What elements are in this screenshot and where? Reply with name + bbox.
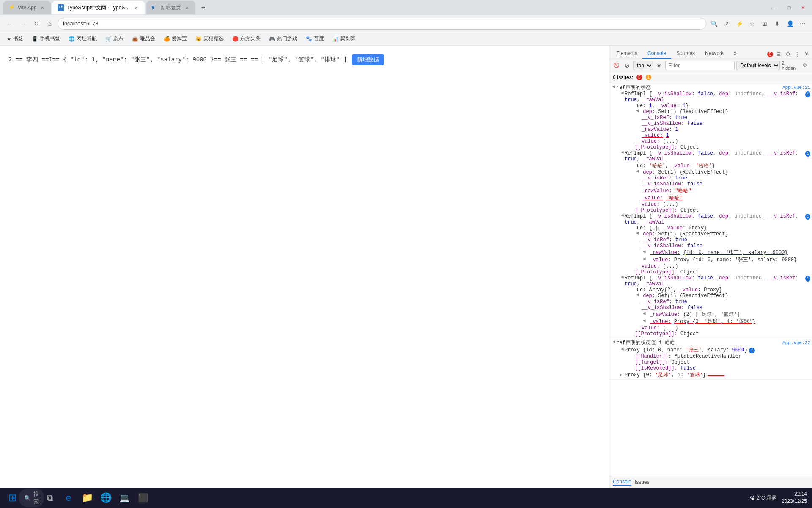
devtools-close-icon[interactable]: ✕ (803, 50, 810, 58)
expand-1-arrow[interactable]: ▼ (619, 91, 625, 97)
console-settings-icon[interactable]: ⚙ (801, 61, 809, 70)
home-button[interactable]: ⌂ (44, 18, 56, 30)
tab-typescript[interactable]: TS TypeScript中文网 · TypeScript— ✕ (52, 1, 145, 14)
new-tab-button[interactable]: + (197, 2, 209, 14)
entry1-source[interactable]: App.vue:21 (782, 85, 810, 90)
show-network-button[interactable]: ⊘ (623, 61, 631, 70)
lightning-icon[interactable]: ⚡ (733, 18, 745, 30)
tmall-icon: 🐱 (195, 36, 202, 42)
info-icon-4[interactable]: i (805, 276, 810, 282)
nav-actions: 🔍 ↗ ⚡ ☆ ⊞ ⬇ 👤 ⋯ (708, 18, 809, 30)
taskbar-datetime: 22:14 2023/12/25 (782, 491, 807, 505)
proxy-arrow[interactable]: ▼ (619, 348, 625, 353)
rawval-arr-arrow[interactable]: ▼ (641, 312, 647, 317)
browser-taskbar-icon[interactable]: 🌐 (98, 490, 113, 505)
favorite-icon[interactable]: ☆ (746, 18, 758, 30)
bookmark-baidu[interactable]: 🐾 百度 (302, 34, 327, 43)
forward-button[interactable]: → (17, 18, 29, 30)
dep-arrow-1[interactable]: ▼ (634, 109, 640, 114)
dep-arrow-3[interactable]: ▼ (634, 232, 640, 237)
bookmark-games[interactable]: 🎮 热门游戏 (266, 34, 301, 43)
eye-icon[interactable]: 👁 (655, 61, 664, 70)
tab-network[interactable]: Network (700, 49, 729, 59)
terminal-taskbar-icon[interactable]: ⬛ (135, 490, 151, 505)
bookmark-jd[interactable]: 🛒 京东 (102, 34, 127, 43)
tab-newtab[interactable]: e 新标签页 ✕ (146, 1, 195, 14)
bookmark-dongfang[interactable]: 🔴 东方头条 (229, 34, 264, 43)
add-data-button[interactable]: 新增数据 (352, 54, 384, 65)
devtools-more-icon[interactable]: ⋮ (793, 50, 801, 58)
download-icon[interactable]: ⬇ (771, 18, 783, 30)
rawval-arrow-3[interactable]: ▼ (641, 250, 647, 255)
console-filter-input[interactable] (665, 61, 735, 70)
explorer-taskbar-icon[interactable]: 📁 (80, 490, 95, 505)
bookmark-nav[interactable]: 🌐 网址导航 (65, 34, 100, 43)
bookmark-tmall[interactable]: 🐱 天猫精选 (192, 34, 227, 43)
taskbar-search-bar[interactable]: 🔍 搜索 (19, 489, 44, 507)
vscode-taskbar-icon[interactable]: 💻 (117, 490, 132, 505)
settings-icon[interactable]: ⋯ (797, 18, 809, 30)
tab-more[interactable]: » (729, 49, 742, 59)
start-button[interactable]: ⊞ (5, 490, 20, 505)
info-icon-2[interactable]: i (805, 151, 810, 157)
bookmark-vip[interactable]: 👜 唯品会 (129, 34, 159, 43)
info-icon-1[interactable]: i (805, 91, 810, 97)
devtools-settings-icon[interactable]: ⚙ (784, 50, 792, 58)
maximize-button[interactable]: □ (783, 2, 795, 14)
search-taskbar-button[interactable]: 🔍 搜索 (24, 490, 39, 505)
expand-4-arrow[interactable]: ▼ (619, 276, 625, 281)
expand-arrow-5[interactable]: ▼ (611, 340, 617, 345)
refresh-button[interactable]: ↻ (30, 18, 42, 30)
search-icon[interactable]: 🔍 (708, 18, 720, 30)
bookmark-label-vip: 唯品会 (140, 35, 155, 42)
proxy-arr: ▶ Proxy {0: '足球', 1: '篮球'} (611, 371, 810, 378)
external-link-icon[interactable]: ↗ (721, 18, 732, 30)
proxy-info-icon[interactable]: i (749, 348, 755, 353)
edge-taskbar-icon[interactable]: e (61, 490, 76, 505)
bookmark-taobao[interactable]: 🍊 爱淘宝 (160, 34, 190, 43)
collections-icon[interactable]: ⊞ (759, 18, 771, 30)
context-selector[interactable]: top (633, 61, 653, 70)
entry2-source[interactable]: App.vue:22 (782, 340, 810, 345)
tab-console[interactable]: Console (642, 49, 671, 59)
nav-bar: ← → ↻ ⌂ localhost:5173 🔍 ↗ ⚡ ☆ ⊞ ⬇ 👤 ⋯ (0, 15, 812, 32)
value-arr-arrow[interactable]: ▼ (641, 319, 647, 324)
bookmark-label-dongfang: 东方头条 (240, 35, 261, 42)
entry2-label: ref声明的状态值 1 哈哈 (616, 339, 675, 346)
proxy-arr-arrow[interactable]: ▶ (620, 372, 625, 378)
issues-bar: 6 Issues: 5 1 (609, 72, 812, 83)
weather-icon: 🌤 (750, 495, 755, 501)
close-window-button[interactable]: ✕ (797, 2, 809, 14)
value-arrow-3[interactable]: ▼ (641, 257, 647, 262)
expand-3-arrow[interactable]: ▼ (619, 214, 625, 219)
bookmark-favorites[interactable]: ★ 书签 (3, 34, 27, 43)
minimize-button[interactable]: — (770, 2, 782, 14)
profile-icon[interactable]: 👤 (784, 18, 796, 30)
tab-favicon-ts: TS (58, 4, 64, 11)
expand-2-arrow[interactable]: ▼ (619, 151, 625, 156)
tab-sources[interactable]: Sources (671, 49, 700, 59)
clear-console-button[interactable]: 🚫 (612, 61, 621, 70)
console-entry-2: ▼ ref声明的状态值 1 哈哈 App.vue:22 ▼ Proxy {id:… (609, 338, 812, 380)
tab-close-vite[interactable]: ✕ (39, 4, 46, 11)
tab-elements[interactable]: Elements (611, 49, 642, 59)
entry1-label: ref声明的状态 (616, 84, 651, 91)
tab-title-vite: Vite App (18, 5, 36, 11)
issues-tab-label[interactable]: Issues (635, 479, 650, 485)
dep-arrow-4[interactable]: ▼ (634, 293, 640, 298)
tab-close-ts[interactable]: ✕ (133, 4, 140, 11)
search-taskbar-icon: 🔍 (24, 495, 31, 501)
log-level-selector[interactable]: Default levels (736, 61, 780, 70)
tab-close-newtab[interactable]: ✕ (184, 4, 190, 11)
back-button[interactable]: ← (3, 18, 15, 30)
bookmark-juhua[interactable]: 📊 聚划算 (329, 34, 359, 43)
console-tab-label[interactable]: Console (613, 479, 631, 486)
task-view-button[interactable]: ⧉ (42, 490, 58, 505)
info-icon-3[interactable]: i (805, 214, 810, 220)
dep-arrow-2[interactable]: ▼ (634, 170, 640, 175)
bookmark-mobile[interactable]: 📱 手机书签 (28, 34, 63, 43)
tab-vite[interactable]: ⚡ Vite App ✕ (3, 1, 51, 14)
expand-arrow-1[interactable]: ▼ (611, 85, 617, 90)
dock-icon[interactable]: ⊟ (775, 50, 782, 58)
address-bar[interactable]: localhost:5173 (58, 18, 706, 30)
